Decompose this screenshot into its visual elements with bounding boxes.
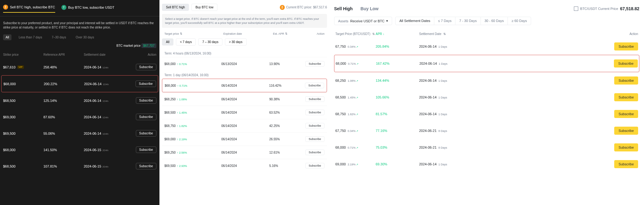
filter-1[interactable]: < 7 days	[176, 38, 196, 46]
subscribe-button[interactable]: Subscribe	[305, 123, 324, 129]
cell-apr: 141.50%	[43, 148, 84, 152]
header-apr[interactable]: APR ↓	[376, 32, 419, 36]
header-target-price[interactable]: Target Price (BTC/USDT) ⇅	[335, 32, 376, 36]
table-row: 68,5001.45% 105.66% 2024-06-141 Days Sub…	[334, 89, 639, 106]
cell-target-price: 67,7500.34%	[335, 45, 376, 48]
cell-action: Subscribe	[466, 143, 638, 151]
subscribe-button[interactable]: Subscribe	[305, 110, 324, 115]
vip-badge: VIP	[17, 65, 24, 69]
cell-apr: 107.81%	[43, 164, 84, 168]
subscribe-button[interactable]: Subscribe	[305, 61, 324, 67]
tab-sell-high[interactable]: ₿ Sell BTC high, subscribe BTC	[3, 5, 55, 13]
header-target-price[interactable]: Target price ⇅	[164, 32, 223, 35]
duration-0[interactable]: All Settlement Dates	[396, 17, 434, 25]
cell-action: Subscribe	[127, 146, 156, 153]
filter-3[interactable]: Over 30 days	[73, 34, 96, 40]
grid-icon[interactable]	[574, 7, 578, 11]
product-tabs: Sell High Buy Low	[334, 6, 378, 11]
table-row: 68,7501.82% 81.57% 2024-06-141 Days Subs…	[334, 106, 639, 122]
subscribe-button[interactable]: Subscribe	[305, 96, 324, 102]
subscribe-button[interactable]: Subscribe	[136, 130, 156, 137]
days-label: 1 Days	[438, 45, 447, 48]
cell-action: Subscribe	[127, 114, 156, 120]
tab-sell-high[interactable]: Sell High	[334, 6, 353, 11]
table-body: Term: 4 hours (06/13/2024, 16:00) $68,00…	[162, 49, 327, 172]
filter-0[interactable]: All	[3, 34, 11, 40]
tab-buy-low[interactable]: Buy Low	[360, 6, 378, 11]
cell-apr: 87.60%	[43, 115, 84, 119]
subscribe-button[interactable]: Subscribe	[136, 97, 156, 104]
subscribe-button[interactable]: Subscribe	[136, 146, 156, 153]
table-row: $68,500 125.14% 2024-06-141D4h Subscribe	[0, 92, 159, 109]
pct-change: 0.71%	[348, 146, 359, 149]
pct-change: ↑ 0.71%	[177, 63, 187, 66]
subscribe-button[interactable]: Subscribe	[305, 163, 324, 168]
table-row: $68,000↑ 0.71% 06/13/2024 13.90% Subscri…	[162, 57, 327, 70]
cell-apr: 13.90%	[269, 62, 305, 66]
cell-apr: 167.42%	[376, 62, 419, 65]
current-price: ₿ Current BTC price: $67,517.6	[280, 5, 327, 10]
filter-1[interactable]: Less than 7 days	[16, 34, 45, 40]
filter-2[interactable]: 7 – 30 days	[198, 38, 222, 46]
cell-target-price: 68,7501.82%	[335, 112, 376, 116]
header-apr[interactable]: Est. APR ⇅	[273, 32, 310, 35]
subscribe-button[interactable]: Subscribe	[305, 150, 324, 155]
cell-settle: 2024-06-141D4h	[84, 99, 127, 102]
duration-4[interactable]: ≥ 60 Days	[508, 17, 530, 25]
price-value: 67,518.82	[620, 6, 639, 11]
table-row: 69,0002.19% 69.30% 2024-06-141 Days Subs…	[334, 156, 639, 172]
days-label: 1 Days	[439, 62, 447, 65]
tab-buy-low[interactable]: T Buy BTC low, subscribe USDT	[61, 5, 114, 12]
filter-0[interactable]: All	[162, 38, 173, 46]
cell-apr: 12.61%	[269, 151, 305, 154]
pct-change: 2.19%	[348, 163, 359, 166]
duration-3[interactable]: 30 - 60 Days	[481, 17, 508, 25]
cell-expiration: 06/14/2024	[221, 111, 270, 114]
subscribe-button[interactable]: Subscribe	[614, 110, 638, 118]
table-row: $69,000 87.60% 2024-06-141D4h Subscribe	[0, 109, 159, 125]
cell-action: Subscribe	[127, 130, 156, 137]
subscribe-button[interactable]: Subscribe	[136, 64, 156, 70]
cell-expiration: 06/14/2024	[221, 151, 270, 154]
cell-expiration: 06/14/2024	[221, 164, 270, 168]
cell-action: Subscribe	[466, 127, 638, 135]
cell-apr: 134.44%	[376, 79, 419, 82]
filter-2[interactable]: 7–30 days	[49, 34, 69, 40]
cell-action: Subscribe	[466, 59, 638, 68]
asset-select[interactable]: Assets Receive USDT or BTC ▾	[334, 17, 392, 25]
subscribe-button[interactable]: Subscribe	[305, 83, 324, 88]
cell-action: Subscribe	[305, 150, 324, 155]
pct-change: 1.08%	[348, 79, 359, 82]
tab-sell-high[interactable]: Sell BTC high	[162, 4, 189, 11]
cell-target-price: $68,000↑ 0.71%	[164, 62, 221, 66]
subscribe-button[interactable]: Subscribe	[614, 76, 638, 85]
cell-strike: $69,500	[3, 132, 43, 135]
subscribe-button[interactable]: Subscribe	[614, 59, 638, 68]
header-settlement[interactable]: Settlement Date ⇅	[419, 32, 466, 36]
cell-target-price: $69,500↑ 2.93%	[164, 164, 221, 168]
subscribe-button[interactable]: Subscribe	[614, 160, 638, 168]
subscribe-button[interactable]: Subscribe	[305, 136, 324, 142]
subscribe-button[interactable]: Subscribe	[614, 42, 638, 50]
subscribe-button[interactable]: Subscribe	[614, 127, 638, 135]
cell-target-price: 67,7500.34%	[335, 129, 376, 133]
cell-action: Subscribe	[305, 123, 324, 129]
subscribe-button[interactable]: Subscribe	[614, 143, 638, 151]
subscribe-button[interactable]: Subscribe	[136, 163, 156, 169]
table-row: 68,2501.08% 134.44% 2024-06-141 Days Sub…	[334, 72, 639, 89]
tab-buy-low[interactable]: Buy BTC low	[191, 4, 217, 11]
duration-2[interactable]: 7 - 30 Days	[455, 17, 481, 25]
term-label: 2D4h	[102, 165, 108, 168]
days-label: 8 Days	[438, 146, 447, 149]
subscribe-button[interactable]: Subscribe	[614, 93, 638, 101]
subscribe-button[interactable]: Subscribe	[136, 114, 156, 120]
filter-3[interactable]: > 30 days	[225, 38, 247, 46]
table-row: $68,500↑ 1.45% 06/14/2024 63.52% Subscri…	[162, 106, 327, 119]
cell-action: Subscribe	[127, 97, 156, 104]
cell-expiration: 06/14/2024	[221, 124, 270, 128]
duration-1[interactable]: ≤ 7 Days	[434, 17, 455, 25]
cell-settlement: 2024-06-141 Days	[419, 162, 466, 166]
subscribe-button[interactable]: Subscribe	[136, 81, 156, 87]
panel-dark: ₿ Sell BTC high, subscribe BTC T Buy BTC…	[0, 0, 159, 205]
header-action: Action	[310, 32, 324, 35]
